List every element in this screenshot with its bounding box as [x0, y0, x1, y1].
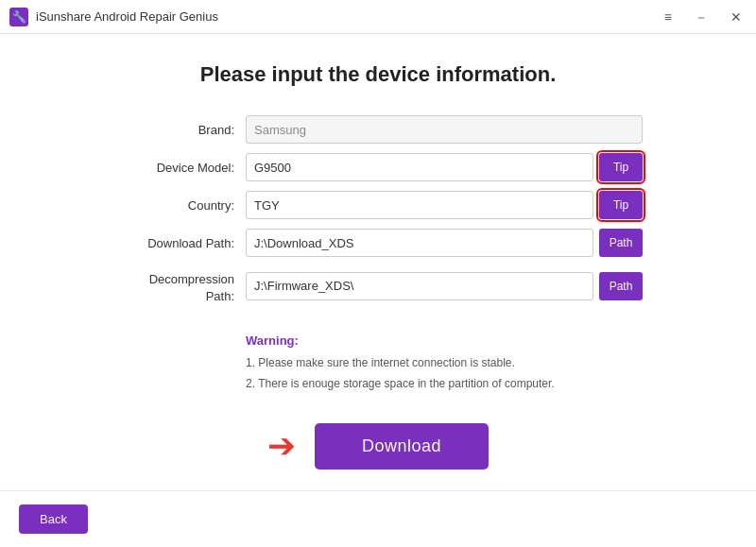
app-icon: 🔧	[9, 8, 28, 26]
download-path-button[interactable]: Path	[599, 229, 643, 257]
brand-label: Brand:	[113, 123, 246, 137]
menu-button[interactable]: ≡	[660, 9, 677, 26]
footer: Back	[0, 490, 756, 547]
brand-input[interactable]	[246, 115, 643, 144]
warning-item-1: 1. Please make sure the internet connect…	[246, 353, 643, 374]
warning-section: Warning: 1. Please make sure the interne…	[113, 333, 643, 394]
device-model-input[interactable]	[246, 153, 593, 181]
page-title: Please input the device information.	[200, 62, 557, 87]
download-path-label: Download Path:	[113, 236, 246, 250]
country-row: Country: Tip	[113, 191, 643, 219]
minimize-button[interactable]: －	[690, 9, 713, 26]
device-model-label: Device Model:	[113, 161, 246, 175]
arrow-right-icon: ➔	[267, 429, 296, 463]
window-controls: ≡ － ✕	[660, 9, 747, 26]
country-tip-button[interactable]: Tip	[599, 191, 643, 219]
download-path-input[interactable]	[246, 229, 593, 257]
warning-item-2: 2. There is enouge storage space in the …	[246, 374, 643, 395]
title-bar: 🔧 iSunshare Android Repair Genius ≡ － ✕	[0, 0, 756, 34]
download-button[interactable]: Download	[315, 423, 489, 470]
device-model-tip-button[interactable]: Tip	[599, 153, 643, 181]
download-path-row: Download Path: Path	[113, 229, 643, 257]
decompression-path-input[interactable]	[246, 272, 593, 300]
download-section: ➔ Download	[267, 423, 489, 470]
device-model-row: Device Model: Tip	[113, 153, 643, 181]
back-button[interactable]: Back	[19, 504, 88, 534]
device-info-form: Brand: Device Model: Tip Country: Tip Do…	[113, 115, 643, 315]
brand-row: Brand:	[113, 115, 643, 144]
country-label: Country:	[113, 198, 246, 213]
country-input[interactable]	[246, 191, 593, 219]
decompression-path-button[interactable]: Path	[599, 272, 643, 300]
main-content: Please input the device information. Bra…	[0, 34, 756, 490]
warning-title: Warning:	[246, 333, 643, 348]
close-button[interactable]: ✕	[726, 9, 747, 26]
decompression-path-label: DecompressionPath:	[113, 266, 246, 305]
app-title: iSunshare Android Repair Genius	[36, 9, 660, 24]
decompression-path-row: DecompressionPath: Path	[113, 266, 643, 305]
